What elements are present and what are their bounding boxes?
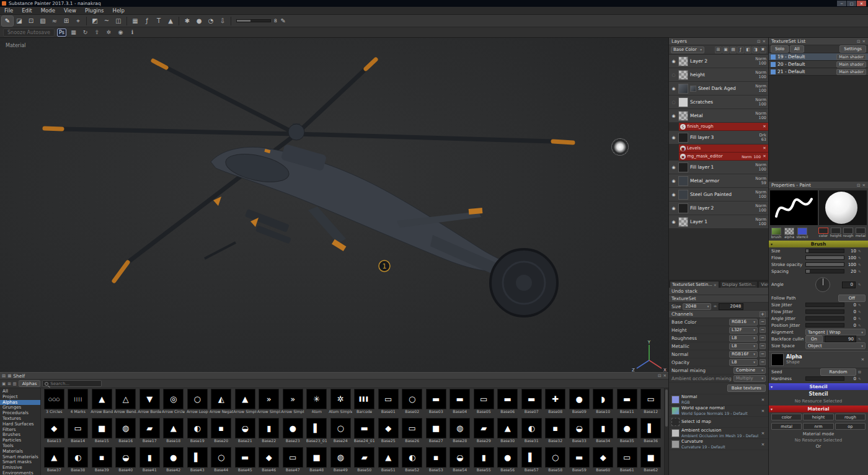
layer-row[interactable]: ◉MetalNorm100 [669,109,768,123]
shelf-item[interactable]: ■Base27 [424,418,448,447]
layer-row[interactable]: ◉Layer 1Norm100 [669,215,768,229]
shelf-item[interactable]: ▰Base29 [472,418,496,447]
shelf-item[interactable]: ◆Base25 [376,418,401,447]
alpha-resource-row[interactable]: Alpha Shape ✕ [769,351,868,368]
shader-button[interactable]: Main shader [836,69,866,75]
shelf-item[interactable]: ▭Base47 [281,447,305,475]
shelf-item[interactable]: ◒Base40 [114,447,138,475]
layer-name[interactable]: Layer 2 [690,58,752,64]
textureset-row[interactable]: 19 - DefaultMain shader [769,53,868,61]
layer-name[interactable]: Metal_armor [690,178,752,184]
close-panel-icon[interactable]: ✕ [663,373,666,378]
all-button[interactable]: All [790,45,804,53]
shelf-category-project[interactable]: Project [0,394,40,400]
clear-alpha-icon[interactable]: ✕ [860,357,866,362]
layer-blend-opacity[interactable]: Norm59 [754,177,766,185]
shelf-item[interactable]: »Arrow Simpl... [257,389,281,418]
shelf-item[interactable]: ▲Base18 [162,418,186,447]
eraser-tool-icon[interactable]: ◪ [14,16,25,26]
clear-mesh-map-button[interactable]: ✕ [760,442,766,447]
shelf-item[interactable]: ▭Base05 [472,389,496,418]
shelf-item[interactable]: ▬Base45 [233,447,257,475]
grid-icon[interactable]: ▦ [69,29,78,37]
angle-dial[interactable] [815,277,830,292]
material-channel-color[interactable]: color [771,414,802,420]
camera-icon[interactable]: ◉ [116,29,125,37]
layer-effect-row[interactable]: ▣mg_mask_editorNorm100✕ [679,153,768,161]
layer-effect-row[interactable]: ▆Levels✕ [679,144,768,153]
shelf-item[interactable]: ○Base44 [210,447,234,475]
edit-expression-icon[interactable]: ✎ [858,317,866,321]
shelf-category-textures[interactable]: Textures [0,416,40,422]
layer-thumbnail[interactable] [678,84,688,94]
shelf-scrollbar[interactable] [664,388,668,475]
shelf-category-grunges[interactable]: Grunges [0,405,40,411]
layer-name[interactable]: Steel Dark Aged [698,86,752,91]
shelf-item[interactable]: ◒Base21 [233,418,257,447]
shelf-item[interactable]: ◐Base38 [66,447,91,475]
particles-tool-icon[interactable]: ✱ [182,16,193,26]
display-settings-tool-icon[interactable]: ⇩ [217,16,228,26]
channel-format-dropdown[interactable]: L32F▾ [729,327,758,334]
brush-section-header[interactable]: ▾Brush [769,241,868,247]
close-button[interactable]: ✕ [857,1,866,6]
grid-view-icon[interactable]: ▦ [7,373,11,378]
float-panel-icon[interactable]: ⊡ [857,39,860,44]
shelf-item[interactable]: ▮Base34 [591,418,616,447]
import-resource-icon[interactable]: ⊞ [7,381,11,386]
remove-channel-button[interactable]: − [760,351,766,357]
shelf-item[interactable]: ◍Base49 [329,447,353,475]
menu-edit[interactable]: Edit [17,7,36,14]
layer-name[interactable]: Fill layer 3 [690,135,752,140]
shelf-item[interactable]: ●Base23 [281,418,305,447]
shelf-item[interactable]: ▬Base04 [448,389,472,418]
mesh-map-row[interactable]: CurvatureCurvature 19 - Default✕ [669,439,768,450]
info-icon[interactable]: ℹ [128,29,137,37]
visibility-toggle[interactable]: ◉ [671,165,676,170]
layer-thumbnail[interactable] [678,70,688,80]
edit-expression-icon[interactable]: ✎ [858,337,866,341]
layer-blend-mode-dropdown[interactable]: Base Color▾ [671,47,704,53]
shelf-item[interactable]: ▬Base03 [424,389,448,418]
channel-format-dropdown[interactable]: L8▾ [729,335,758,342]
layer-name[interactable]: Layer 1 [690,219,752,224]
shelf-item[interactable]: ▲Base30 [496,418,520,447]
layer-row[interactable]: ◉Layer 2Norm100 [669,55,768,68]
mesh-map-row[interactable]: Select id map [669,417,768,428]
shelf-item[interactable]: ▌Base36 [639,418,663,447]
shelf-item[interactable]: ▭Base14 [66,418,91,447]
shelf-item[interactable]: ■Base15 [90,418,114,447]
layer-row[interactable]: ◉Fill layer 3Drk63 [669,131,768,144]
shelf-item[interactable]: ◍Base28 [448,418,472,447]
layer-row[interactable]: ◉Steel Dark AgedNorm100 [669,82,768,95]
visibility-toggle[interactable]: ◉ [671,135,676,140]
shelf-category-smart-materials[interactable]: Smart materials [0,455,40,460]
layer-thumbnail[interactable] [678,111,688,121]
list-view-icon[interactable]: ▥ [13,381,17,386]
param-slider[interactable] [805,255,844,260]
layer-thumbnail[interactable] [678,203,688,213]
edit-expression-icon[interactable]: ✎ [858,377,866,381]
shelf-item[interactable]: ▌Base43 [185,447,210,475]
shelf-item[interactable]: ●Base56 [496,447,520,475]
shelf-item[interactable]: ○○○3 Circles [42,389,66,418]
shelf-item[interactable]: ▲Arrow Band [90,389,114,418]
add-mask-icon[interactable]: ◧ [745,47,751,53]
float-panel-icon[interactable]: ⊡ [757,39,760,44]
tab-viewer-settin-[interactable]: Viewer Settin... [758,281,768,288]
close-panel-icon[interactable]: ✕ [862,183,866,188]
shelf-item[interactable]: ▬Base59 [567,447,591,475]
layer-name[interactable]: Steel Gun Painted [690,192,752,197]
shelf-item[interactable]: ▬Base24_01 [353,418,377,447]
remove-channel-button[interactable]: − [760,359,766,365]
add-fill-layer-icon[interactable]: ▣ [722,47,729,53]
shelf-item[interactable]: ◒Base33 [567,418,591,447]
shelf-item[interactable]: »Arrow Simpl... [281,389,305,418]
stencil-mode-button[interactable]: stencil [797,228,808,239]
shelf-item[interactable]: ●Base09 [567,389,591,418]
layer-blend-opacity[interactable]: Norm100 [754,98,766,107]
layer-row[interactable]: ○ScratchesNorm100 [669,95,768,109]
shelf-category-materials[interactable]: Materials [0,449,40,455]
param-slider[interactable] [805,323,844,327]
shelf-item[interactable]: ▭Base26 [401,418,425,447]
